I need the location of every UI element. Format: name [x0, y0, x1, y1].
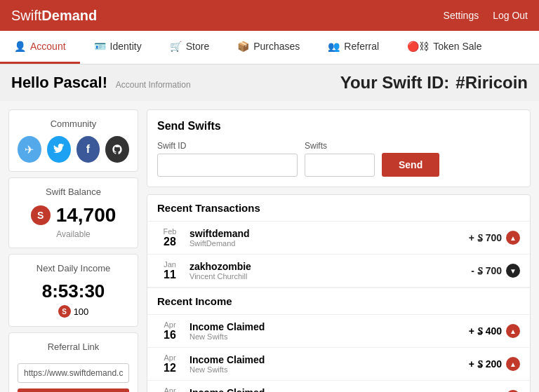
income-amount-value: 100	[74, 306, 89, 317]
facebook-icon[interactable]: f	[76, 136, 100, 163]
income-date-0: Apr 16	[157, 320, 182, 342]
nav-label-token-sale: Token Sale	[433, 41, 481, 52]
income-amount-0: + ₷ 400 ▲	[469, 324, 520, 338]
income-info-0: Income Claimed New Swifts	[189, 321, 469, 341]
top-header: SwiftDemand Settings Log Out	[0, 0, 539, 31]
trans-info-1: zakhozombie Vincent Churchill	[189, 261, 471, 281]
twitter-icon[interactable]	[47, 136, 71, 163]
recent-transactions-title: Recent Transactions	[147, 195, 530, 222]
right-column: Send Swifts Swift ID Swifts Send Recent …	[147, 109, 531, 392]
income-amount-1: + ₷ 200 ▲	[469, 357, 520, 371]
send-button[interactable]: Send	[382, 153, 439, 177]
page-header: Hello Pascal! Account Information Your S…	[0, 65, 539, 101]
table-row: Feb 28 swiftdemand SwiftDemand + ₷ 700 ▲	[147, 222, 530, 255]
income-date-2: Apr 10	[157, 386, 182, 392]
daily-income-title: Next Daily Income	[18, 263, 129, 273]
trans-amount-0: + ₷ 700 ▲	[469, 231, 520, 245]
available-label: Available	[18, 229, 129, 239]
main-layout: Community ✈ f Swift Balance S 14,700 Ava…	[0, 101, 539, 392]
swifts-field-label: Swifts	[305, 141, 375, 151]
daily-income-card: Next Daily Income 8:53:30 S 100	[8, 254, 138, 327]
nav-item-account[interactable]: 👤 Account	[0, 31, 80, 64]
left-column: Community ✈ f Swift Balance S 14,700 Ava…	[8, 109, 138, 392]
trans-info-0: swiftdemand SwiftDemand	[189, 228, 469, 248]
down-badge-icon: ▼	[506, 264, 520, 278]
nav-item-referral[interactable]: 👥 Referral	[314, 31, 393, 64]
referral-input[interactable]	[18, 363, 129, 383]
account-icon: 👤	[14, 41, 26, 52]
income-amount-display: S 100	[18, 305, 129, 318]
trans-date-1: Jan 11	[157, 260, 182, 281]
up-badge-icon: ▲	[506, 324, 520, 338]
swift-id-label: Your Swift ID: #Riricoin	[340, 81, 528, 90]
income-date-1: Apr 12	[157, 353, 182, 374]
up-badge-icon: ▲	[506, 231, 520, 245]
income-info-1: Income Claimed New Swifts	[189, 354, 469, 374]
up-badge-icon: ▲	[506, 357, 520, 371]
list-item: Apr 12 Income Claimed New Swifts + ₷ 200…	[147, 348, 530, 381]
purchases-icon: 📦	[237, 41, 249, 52]
swift-id-field-group: Swift ID	[157, 141, 298, 177]
identity-icon: 🪪	[94, 41, 106, 52]
settings-link[interactable]: Settings	[444, 10, 479, 21]
send-form: Swift ID Swifts Send	[157, 141, 520, 177]
trans-date-0: Feb 28	[157, 227, 182, 248]
list-item: Apr 10 Income Claimed New Swifts + ₷ 400…	[147, 381, 530, 392]
nav-label-account: Account	[30, 41, 66, 52]
list-item: Apr 16 Income Claimed New Swifts + ₷ 400…	[147, 315, 530, 348]
page-greeting: Hello Pascal!	[11, 74, 107, 91]
store-icon: 🛒	[170, 41, 182, 52]
swifts-field[interactable]	[305, 154, 375, 177]
community-title: Community	[18, 119, 129, 129]
github-icon[interactable]	[105, 136, 129, 163]
nav-item-store[interactable]: 🛒 Store	[156, 31, 223, 64]
telegram-icon[interactable]: ✈	[18, 136, 41, 163]
referral-icon: 👥	[328, 41, 340, 52]
nav-item-purchases[interactable]: 📦 Purchases	[223, 31, 314, 64]
recent-income-title: Recent Income	[147, 288, 530, 315]
logo: SwiftDemand	[11, 8, 97, 24]
nav-item-token-sale[interactable]: 🔴⛓ Token Sale	[393, 31, 495, 64]
income-info-2: Income Claimed New Swifts	[189, 387, 469, 392]
swift-id-value: #Riricoin	[455, 73, 528, 92]
swift-id-block: Your Swift ID: #Riricoin	[340, 73, 528, 93]
table-row: Jan 11 zakhozombie Vincent Churchill - ₷…	[147, 255, 530, 288]
nav-label-purchases: Purchases	[253, 41, 300, 52]
logo-bold: Demand	[41, 8, 97, 23]
nav-label-referral: Referral	[344, 41, 379, 52]
swift-balance-card: Swift Balance S 14,700 Available	[8, 177, 138, 248]
logo-light: Swift	[11, 8, 41, 23]
nav-item-identity[interactable]: 🪪 Identity	[80, 31, 156, 64]
swift-id-field-label: Swift ID	[157, 141, 298, 151]
logout-link[interactable]: Log Out	[493, 10, 528, 21]
swift-balance-icon: S	[31, 205, 51, 225]
send-swifts-title: Send Swifts	[157, 120, 520, 133]
income-timer: 8:53:30	[18, 281, 129, 302]
copy-button[interactable]: Copy	[18, 388, 129, 392]
greeting-block: Hello Pascal! Account Information	[11, 74, 191, 92]
community-icons: ✈ f	[18, 136, 129, 163]
balance-display: S 14,700	[18, 204, 129, 227]
swifts-field-group: Swifts	[305, 141, 375, 177]
recent-transactions-card: Recent Transactions Feb 28 swiftdemand S…	[147, 194, 531, 392]
header-actions: Settings Log Out	[444, 10, 528, 21]
referral-card: Referral Link Copy	[8, 332, 138, 392]
nav-label-store: Store	[186, 41, 209, 52]
account-info-label: Account Information	[116, 80, 191, 90]
swift-id-field[interactable]	[157, 154, 298, 177]
referral-title: Referral Link	[18, 342, 129, 352]
community-card: Community ✈ f	[8, 109, 138, 172]
token-sale-icon: 🔴⛓	[407, 41, 429, 52]
balance-amount: 14,700	[56, 204, 117, 227]
swift-mini-icon: S	[58, 305, 71, 318]
trans-amount-1: - ₷ 700 ▼	[471, 264, 520, 278]
nav-label-identity: Identity	[110, 41, 142, 52]
nav-bar: 👤 Account 🪪 Identity 🛒 Store 📦 Purchases…	[0, 31, 539, 65]
send-swifts-card: Send Swifts Swift ID Swifts Send	[147, 109, 531, 187]
swift-balance-title: Swift Balance	[18, 187, 129, 197]
